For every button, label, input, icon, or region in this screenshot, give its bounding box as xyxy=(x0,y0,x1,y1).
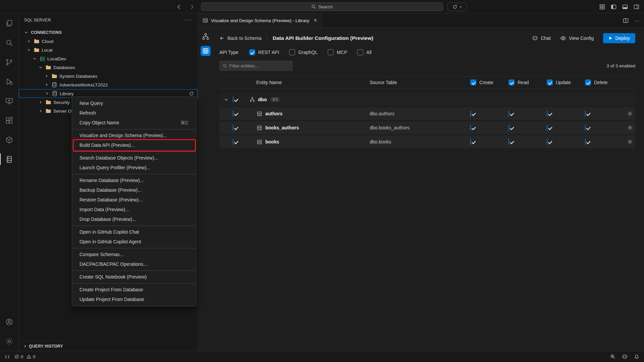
back-to-schema-link[interactable]: Back to Schema xyxy=(219,36,262,41)
sql-server-extension-icon[interactable] xyxy=(0,149,18,169)
close-icon[interactable]: × xyxy=(314,17,317,24)
menu-item-create-sql-notebook[interactable]: Create SQL Notebook (Preview) xyxy=(72,272,196,282)
menu-item-create-project-from-database[interactable]: Create Project From Database xyxy=(72,285,196,295)
remote-explorer-icon[interactable] xyxy=(0,91,18,111)
row-checkbox[interactable] xyxy=(233,139,233,145)
menu-item-backup-database[interactable]: Backup Database (Preview)... xyxy=(72,185,196,195)
run-debug-icon[interactable] xyxy=(0,72,18,91)
read-checkbox[interactable] xyxy=(508,125,509,131)
toggle-sidebar-right-icon[interactable] xyxy=(634,4,639,10)
tree-item-system-databases[interactable]: System Databases xyxy=(19,72,198,80)
source-control-icon[interactable] xyxy=(0,52,18,72)
delete-all-checkbox[interactable] xyxy=(585,79,591,85)
chat-button[interactable]: Chat xyxy=(532,35,551,41)
copilot-status-icon[interactable] xyxy=(622,354,628,360)
group-checkbox[interactable] xyxy=(233,97,233,103)
notifications-bell-icon[interactable] xyxy=(634,354,639,359)
create-checkbox[interactable] xyxy=(470,111,471,117)
entity-row-authors[interactable]: authors dbo.authors xyxy=(219,107,635,120)
all-checkbox[interactable] xyxy=(357,49,363,55)
session-loop-button[interactable] xyxy=(447,3,467,11)
menu-item-new-query[interactable]: New Query xyxy=(72,99,196,108)
menu-item-search-database-objects[interactable]: Search Database Objects (Preview)... xyxy=(72,153,196,163)
search-command-center[interactable]: Search xyxy=(201,2,443,11)
menu-item-open-copilot-agent[interactable]: Open in GitHub Copilot Agent xyxy=(72,237,196,247)
sidebar-more-actions-icon[interactable]: ··· xyxy=(185,17,192,23)
tree-item-local[interactable]: Local xyxy=(19,46,198,54)
split-editor-icon[interactable] xyxy=(623,18,629,23)
menu-item-build-data-api[interactable]: Build Data API (Preview)... xyxy=(72,140,196,150)
menu-item-visualize-design-schema[interactable]: Visualize and Design Schema (Preview)... xyxy=(72,131,196,140)
menu-item-restore-database[interactable]: Restore Database (Preview)... xyxy=(72,195,196,205)
query-history-section[interactable]: QUERY HISTORY xyxy=(19,341,198,351)
read-checkbox[interactable] xyxy=(508,139,509,145)
update-checkbox[interactable] xyxy=(547,111,547,117)
create-checkbox[interactable] xyxy=(470,125,471,131)
schema-group-row-dbo[interactable]: dbo 3/3 xyxy=(219,93,635,106)
tree-item-adventureworks[interactable]: AdventureWorksLT2022 xyxy=(19,80,198,89)
row-settings-gear-icon[interactable] xyxy=(627,125,633,130)
tree-item-databases[interactable]: Databases xyxy=(19,63,198,72)
settings-gear-icon[interactable] xyxy=(0,331,18,351)
refresh-icon[interactable] xyxy=(189,91,194,96)
row-settings-gear-icon[interactable] xyxy=(627,139,633,144)
read-checkbox[interactable] xyxy=(508,111,509,117)
graphql-checkbox[interactable] xyxy=(289,49,295,55)
account-icon[interactable] xyxy=(0,312,18,331)
api-type-option-rest[interactable]: REST API xyxy=(249,49,279,55)
menu-item-launch-query-profiler[interactable]: Launch Query Profiler (Preview)... xyxy=(72,163,196,173)
delete-checkbox[interactable] xyxy=(585,111,586,117)
schema-diagram-view-icon[interactable] xyxy=(201,32,211,42)
tree-section-connections[interactable]: CONNECTIONS xyxy=(19,28,198,37)
row-settings-gear-icon[interactable] xyxy=(627,111,633,116)
create-all-checkbox[interactable] xyxy=(470,79,476,85)
problems-indicator[interactable]: 0 0 xyxy=(14,354,35,359)
search-sidebar-icon[interactable] xyxy=(0,33,18,52)
remote-indicator-icon[interactable] xyxy=(5,354,10,359)
menu-item-update-project-from-database[interactable]: Update Project From Database xyxy=(72,295,196,304)
api-type-option-all[interactable]: All xyxy=(357,49,372,55)
deploy-button[interactable]: Deploy xyxy=(603,33,635,43)
menu-item-import-data[interactable]: Import Data (Preview)... xyxy=(72,205,196,215)
api-type-option-mcp[interactable]: MCP xyxy=(328,49,347,55)
editor-more-actions-icon[interactable]: ··· xyxy=(635,18,639,23)
menu-item-rename-database[interactable]: Rename Database (Preview)... xyxy=(72,176,196,185)
mcp-checkbox[interactable] xyxy=(328,49,334,55)
filter-entities-field[interactable] xyxy=(229,63,289,68)
create-checkbox[interactable] xyxy=(470,139,471,145)
delete-checkbox[interactable] xyxy=(585,139,586,145)
forward-arrow-icon[interactable] xyxy=(189,4,195,10)
tree-item-cloud[interactable]: Cloud xyxy=(19,37,198,46)
toggle-sidebar-left-icon[interactable] xyxy=(611,4,616,10)
menu-item-refresh[interactable]: Refresh xyxy=(72,108,196,118)
toggle-panel-icon[interactable] xyxy=(622,4,628,10)
data-api-grid-view-icon[interactable] xyxy=(201,46,211,56)
customize-layout-icon[interactable] xyxy=(599,4,605,10)
menu-item-open-copilot-chat[interactable]: Open in GitHub Copilot Chat xyxy=(72,227,196,237)
explorer-icon[interactable] xyxy=(0,13,18,33)
entity-row-books-authors[interactable]: books_authors dbo.books_authors xyxy=(219,121,635,134)
zoom-icon[interactable] xyxy=(610,354,615,359)
update-all-checkbox[interactable] xyxy=(547,79,553,85)
menu-item-drop-database[interactable]: Drop Database (Preview)... xyxy=(72,215,196,224)
chevron-down-icon[interactable] xyxy=(219,98,233,102)
row-checkbox[interactable] xyxy=(233,111,233,117)
read-all-checkbox[interactable] xyxy=(508,79,515,85)
filter-entities-input[interactable] xyxy=(219,61,292,71)
row-checkbox[interactable] xyxy=(233,125,233,131)
extensions-icon[interactable] xyxy=(0,111,18,130)
api-type-option-graphql[interactable]: GraphQL xyxy=(289,49,318,55)
update-checkbox[interactable] xyxy=(547,125,547,131)
tree-item-localdev[interactable]: LocalDev xyxy=(19,54,198,63)
database-projects-icon[interactable] xyxy=(0,130,18,149)
menu-item-compare-schemas[interactable]: Compare Schemas... xyxy=(72,250,196,259)
delete-checkbox[interactable] xyxy=(585,125,586,131)
rest-api-checkbox[interactable] xyxy=(249,49,255,55)
entity-row-books[interactable]: books dbo.books xyxy=(219,135,635,148)
back-arrow-icon[interactable] xyxy=(176,4,182,10)
view-config-button[interactable]: View Config xyxy=(560,35,594,41)
menu-item-dacpac-bacpac[interactable]: DACPAC/BACPAC Operations... xyxy=(72,259,196,269)
menu-item-copy-object-name[interactable]: Copy Object Name⌘C xyxy=(72,118,196,128)
tab-visualize-design-schema[interactable]: Visualize and Design Schema (Preview) - … xyxy=(198,13,322,27)
update-checkbox[interactable] xyxy=(547,139,547,145)
